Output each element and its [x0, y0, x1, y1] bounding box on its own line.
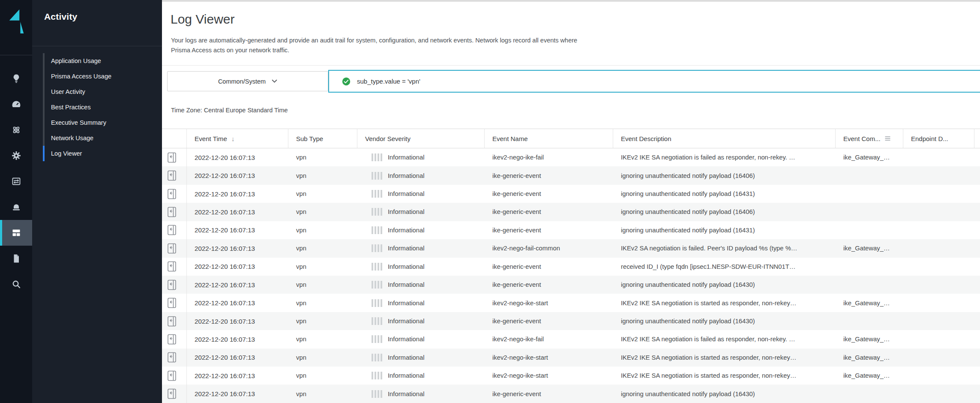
activity-divider: [32, 46, 162, 46]
header-event-description[interactable]: Event Description: [613, 129, 836, 148]
open-log-details-icon: [168, 298, 176, 308]
open-log-details-icon: [168, 352, 176, 363]
rail-item-logs[interactable]: [0, 246, 32, 271]
rail-items: [0, 66, 32, 297]
expand-log-button[interactable]: [168, 316, 176, 327]
cell-event-name: ike-generic-event: [485, 221, 613, 239]
severity-bars-icon: [372, 299, 382, 307]
expand-log-button[interactable]: [168, 207, 176, 217]
open-log-details-icon: [168, 152, 176, 163]
severity-label: Informational: [388, 154, 425, 161]
header-vendor-severity[interactable]: Vendor Severity: [357, 129, 485, 148]
sidebar-nav-item[interactable]: User Activity: [45, 84, 158, 99]
expand-log-button[interactable]: [168, 298, 176, 308]
cell-event-description: ignoring unauthenticated notify payload …: [613, 312, 836, 330]
query-input[interactable]: sub_type.value = 'vpn': [328, 70, 980, 93]
search-icon: [11, 279, 21, 289]
rail-item-settings[interactable]: [0, 143, 32, 168]
cell-vendor-severity: Informational: [357, 330, 485, 348]
cell-sub-type: vpn: [288, 258, 357, 276]
cell-vendor-severity: Informational: [357, 349, 485, 367]
header-sub-type[interactable]: Sub Type: [288, 129, 357, 148]
cell-event-time: 2022-12-20 16:07:13: [187, 349, 288, 367]
table-row: 2022-12-20 16:07:13 vpn Informational ik…: [162, 203, 980, 221]
cell-event-common: ike_Gateway_…: [836, 239, 903, 257]
table-row: 2022-12-20 16:07:13 vpn Informational ik…: [162, 239, 980, 257]
atom-icon: [11, 125, 21, 135]
header-event-common[interactable]: Event Com...: [836, 129, 903, 148]
cell-sub-type: vpn: [288, 385, 357, 403]
cell-event-common: [836, 185, 903, 203]
chevron-down-icon: [272, 79, 277, 83]
prisma-access-logo[interactable]: [7, 9, 26, 33]
cell-event-description: IKEv2 IKE SA negotiation is failed as re…: [613, 330, 836, 348]
cell-event-name: ikev2-nego-ike-fail: [485, 330, 613, 348]
header-endpoint[interactable]: Endpoint D...: [903, 129, 974, 148]
cell-filler: [974, 148, 980, 166]
cell-vendor-severity: Informational: [357, 203, 485, 221]
cell-expand: [162, 294, 187, 312]
cell-endpoint: [903, 203, 974, 221]
log-type-select[interactable]: Common/System: [167, 71, 328, 91]
table-row: 2022-12-20 16:07:13 vpn Informational ik…: [162, 166, 980, 184]
expand-log-button[interactable]: [168, 334, 176, 345]
sidebar-nav-item[interactable]: Prisma Access Usage: [45, 69, 158, 84]
open-log-details-icon: [168, 243, 176, 254]
cell-filler: [974, 276, 980, 294]
sidebar-nav-item[interactable]: Network Usage: [45, 130, 158, 146]
expand-log-button[interactable]: [168, 152, 176, 163]
severity-bars-icon: [372, 208, 382, 216]
severity-label: Informational: [388, 190, 425, 197]
cell-event-time: 2022-12-20 16:07:13: [187, 276, 288, 294]
activity-panel-title: Activity: [44, 12, 77, 22]
expand-log-button[interactable]: [168, 370, 176, 381]
cell-filler: [974, 221, 980, 239]
cell-event-common: [836, 258, 903, 276]
cell-endpoint: [903, 239, 974, 257]
open-log-details-icon: [168, 225, 176, 235]
cell-event-description: ignoring unauthenticated notify payload …: [613, 276, 836, 294]
header-event-name[interactable]: Event Name: [485, 129, 613, 148]
cell-expand: [162, 312, 187, 330]
expand-log-button[interactable]: [168, 225, 176, 235]
severity-label: Informational: [388, 336, 425, 343]
expand-log-button[interactable]: [168, 243, 176, 254]
table-row: 2022-12-20 16:07:13 vpn Informational ik…: [162, 367, 980, 385]
sidebar-nav-item[interactable]: Best Practices: [45, 99, 158, 115]
rail-item-reports[interactable]: [0, 220, 32, 246]
cell-vendor-severity: Informational: [357, 221, 485, 239]
expand-log-button[interactable]: [168, 388, 176, 399]
cell-event-time: 2022-12-20 16:07:13: [187, 203, 288, 221]
cell-event-time: 2022-12-20 16:07:13: [187, 385, 288, 403]
cell-filler: [974, 312, 980, 330]
cell-endpoint: [903, 367, 974, 385]
rail-item-insights[interactable]: [0, 66, 32, 91]
severity-label: Informational: [388, 208, 425, 215]
sidebar-nav-item[interactable]: Log Viewer: [45, 146, 158, 161]
cell-expand: [162, 349, 187, 367]
cell-filler: [974, 258, 980, 276]
rail-item-policies[interactable]: [0, 168, 32, 194]
expand-log-button[interactable]: [168, 261, 176, 272]
header-event-time[interactable]: Event Time ↓: [187, 129, 288, 148]
sidebar-nav-item[interactable]: Executive Summary: [45, 115, 158, 130]
sidebar-nav-item[interactable]: Application Usage: [45, 53, 158, 69]
expand-log-button[interactable]: [168, 189, 176, 199]
column-menu-icon[interactable]: [884, 136, 891, 141]
cell-vendor-severity: Informational: [357, 294, 485, 312]
expand-log-button[interactable]: [168, 352, 176, 363]
cell-event-common: ike_Gateway_…: [836, 294, 903, 312]
table-row: 2022-12-20 16:07:13 vpn Informational ik…: [162, 349, 980, 367]
rail-item-search[interactable]: [0, 271, 32, 297]
expand-log-button[interactable]: [168, 170, 176, 181]
nav-item-label: Network Usage: [51, 135, 93, 141]
rail-item-dashboard[interactable]: [0, 91, 32, 117]
rail-item-network[interactable]: [0, 117, 32, 143]
cell-filler: [974, 185, 980, 203]
rail-item-alerts[interactable]: [0, 194, 32, 220]
cell-event-description: received ID_I (type fqdn [ipsec1.NESP-SD…: [613, 258, 836, 276]
sort-desc-icon[interactable]: ↓: [231, 135, 235, 142]
expand-log-button[interactable]: [168, 280, 176, 290]
nav-item-label: User Activity: [51, 88, 85, 95]
cell-sub-type: vpn: [288, 185, 357, 203]
